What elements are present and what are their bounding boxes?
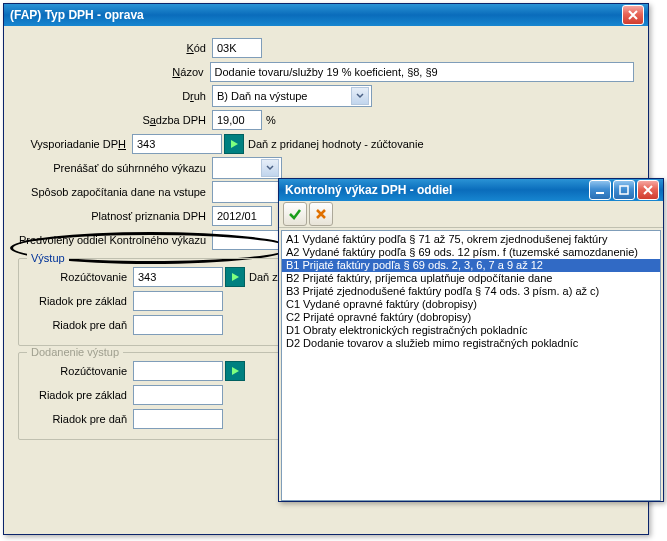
- options-list[interactable]: A1 Vydané faktúry podľa § 71 až 75, okre…: [281, 230, 661, 501]
- vystup-rozuctovanie-input[interactable]: 343: [133, 267, 223, 287]
- predvoleny-input[interactable]: [212, 230, 284, 250]
- svg-rect-1: [620, 186, 628, 194]
- list-item[interactable]: D2 Dodanie tovarov a služieb mimo regist…: [282, 337, 660, 350]
- nazov-input[interactable]: Dodanie tovaru/služby 19 % koeficient, §…: [210, 62, 634, 82]
- kod-label: Kód: [18, 42, 212, 54]
- group-vystup-title: Výstup: [27, 252, 69, 264]
- vystup-riadok-dan-input[interactable]: [133, 315, 223, 335]
- popup-toolbar: [279, 201, 663, 228]
- druh-select[interactable]: B) Daň na výstupe: [212, 85, 372, 107]
- predvoleny-label: Predvolený oddiel Kontrolného výkazu: [18, 234, 212, 246]
- platnost-label: Platnosť priznania DPH: [18, 210, 212, 222]
- ok-button[interactable]: [283, 202, 307, 226]
- platnost-input[interactable]: 2012/01: [212, 206, 272, 226]
- check-icon: [288, 207, 302, 221]
- main-titlebar: (FAP) Typ DPH - oprava: [4, 4, 648, 26]
- vystup-riadok-dan-label: Riadok pre daň: [27, 319, 133, 331]
- group-dodanenie-title: Dodanenie výstup: [27, 346, 123, 358]
- close-icon: [627, 9, 639, 21]
- list-item[interactable]: B1 Prijaté faktúry podľa § 69 ods. 2, 3,…: [282, 259, 660, 272]
- list-item[interactable]: A1 Vydané faktúry podľa § 71 až 75, okre…: [282, 233, 660, 246]
- maximize-button[interactable]: [613, 180, 635, 200]
- vystup-rozuctovanie-lookup-button[interactable]: [225, 267, 245, 287]
- dodanenie-rozuctovanie-input[interactable]: [133, 361, 223, 381]
- kod-input[interactable]: 03K: [212, 38, 262, 58]
- list-item[interactable]: D1 Obraty elektronických registračných p…: [282, 324, 660, 337]
- x-icon: [314, 207, 328, 221]
- close-button[interactable]: [622, 5, 644, 25]
- vysporiadanie-trail: Daň z pridanej hodnoty - zúčtovanie: [244, 138, 424, 150]
- vystup-riadok-zaklad-label: Riadok pre základ: [27, 295, 133, 307]
- list-item[interactable]: B2 Prijaté faktúry, príjemca uplatňuje o…: [282, 272, 660, 285]
- list-item[interactable]: B3 Prijaté zjednodušené faktúry podľa § …: [282, 285, 660, 298]
- maximize-icon: [618, 184, 630, 196]
- popup-title: Kontrolný výkaz DPH - oddiel: [285, 183, 589, 197]
- list-item[interactable]: C1 Vydané opravné faktúry (dobropisy): [282, 298, 660, 311]
- prenasat-select[interactable]: [212, 157, 282, 179]
- close-icon: [642, 184, 654, 196]
- svg-rect-0: [596, 192, 604, 194]
- nazov-label: Názov: [18, 66, 210, 78]
- sadzba-input[interactable]: 19,00: [212, 110, 262, 130]
- vysporiadanie-label: Vysporiadanie DPH: [18, 138, 132, 150]
- druh-label: Druh: [18, 90, 212, 102]
- play-icon: [230, 272, 240, 282]
- vysporiadanie-input[interactable]: 343: [132, 134, 222, 154]
- dodanenie-riadok-zaklad-input[interactable]: [133, 385, 223, 405]
- popup-close-button[interactable]: [637, 180, 659, 200]
- dodanenie-riadok-dan-label: Riadok pre daň: [27, 413, 133, 425]
- chevron-down-icon: [261, 159, 279, 177]
- cancel-button[interactable]: [309, 202, 333, 226]
- minimize-button[interactable]: [589, 180, 611, 200]
- popup-window: Kontrolný výkaz DPH - oddiel A1 Vydané f…: [278, 178, 664, 502]
- sposob-label: Spôsob započítania dane na vstupe: [18, 186, 212, 198]
- vystup-riadok-zaklad-input[interactable]: [133, 291, 223, 311]
- minimize-icon: [594, 184, 606, 196]
- dodanenie-rozuctovanie-lookup-button[interactable]: [225, 361, 245, 381]
- druh-value: B) Daň na výstupe: [217, 90, 308, 102]
- play-icon: [229, 139, 239, 149]
- prenasat-label: Prenášať do súhrnného výkazu: [18, 162, 212, 174]
- main-title: (FAP) Typ DPH - oprava: [10, 8, 622, 22]
- dodanenie-riadok-dan-input[interactable]: [133, 409, 223, 429]
- play-icon: [230, 366, 240, 376]
- vysporiadanie-lookup-button[interactable]: [224, 134, 244, 154]
- popup-titlebar: Kontrolný výkaz DPH - oddiel: [279, 179, 663, 201]
- dodanenie-riadok-zaklad-label: Riadok pre základ: [27, 389, 133, 401]
- sadzba-label: Sadzba DPH: [18, 114, 212, 126]
- vystup-rozuctovanie-label: Rozúčtovanie: [27, 271, 133, 283]
- list-item[interactable]: C2 Prijaté opravné faktúry (dobropisy): [282, 311, 660, 324]
- dodanenie-rozuctovanie-label: Rozúčtovanie: [27, 365, 133, 377]
- chevron-down-icon: [351, 87, 369, 105]
- list-item[interactable]: A2 Vydané faktúry podľa § 69 ods. 12 pís…: [282, 246, 660, 259]
- sadzba-suffix: %: [262, 114, 276, 126]
